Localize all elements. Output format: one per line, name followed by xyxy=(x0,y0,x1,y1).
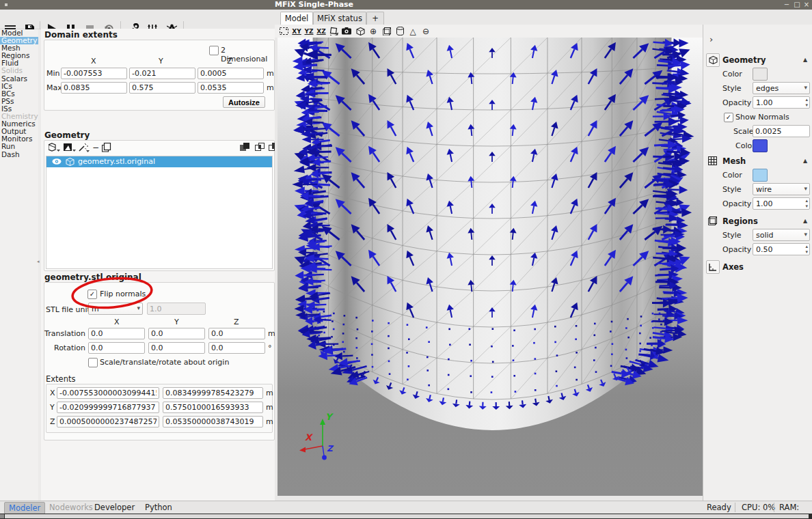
cube-icon[interactable] xyxy=(381,26,392,36)
mode-developer[interactable]: Developer xyxy=(90,502,139,513)
cylinder-icon[interactable] xyxy=(394,26,405,36)
union-icon[interactable] xyxy=(240,143,249,152)
flip-normals-checkbox[interactable]: ✓ xyxy=(87,290,97,299)
rp-mesh-title[interactable]: Mesh xyxy=(722,156,746,166)
extents-z-min-field[interactable] xyxy=(57,416,159,427)
regions-style-dropdown[interactable]: solid ▾ xyxy=(753,229,810,241)
rotation-z-field[interactable] xyxy=(208,342,265,354)
extents-z-max-field[interactable] xyxy=(163,416,263,427)
screenshot-camera-icon[interactable] xyxy=(341,26,352,36)
collapse-icon[interactable]: ▲ xyxy=(803,57,807,63)
normals-color-swatch[interactable] xyxy=(753,139,768,152)
min-z-field[interactable] xyxy=(198,68,264,79)
rp-regions-title[interactable]: Regions xyxy=(722,216,758,226)
extents-z-label: Z xyxy=(50,417,55,426)
translation-x-field[interactable] xyxy=(88,328,145,339)
regions-opacity-spinbox[interactable]: 0.50 ▴ ▾ xyxy=(753,243,810,255)
translation-z-field[interactable] xyxy=(208,328,265,339)
minimize-icon[interactable]: − xyxy=(782,0,791,10)
normals-scale-field[interactable] xyxy=(753,125,810,137)
nav-item-scalars[interactable]: Scalars xyxy=(0,75,38,83)
chevron-right-icon[interactable]: › xyxy=(709,34,713,44)
extents-y-min-field[interactable] xyxy=(57,402,159,413)
stl-units-label: STL file units xyxy=(46,305,94,314)
mesh-opacity-spinbox[interactable]: 1.00 ▴ ▾ xyxy=(753,197,810,210)
collapse-icon[interactable]: ▲ xyxy=(803,218,807,224)
close-icon[interactable]: × xyxy=(802,0,811,10)
status-separator xyxy=(774,503,774,512)
rotation-label: Rotation xyxy=(44,343,85,352)
rotation-x-field[interactable] xyxy=(88,342,145,354)
extents-x-min-field[interactable] xyxy=(57,387,159,399)
mesh-style-dropdown[interactable]: wire ▾ xyxy=(753,183,810,195)
visibility-eye-icon[interactable] xyxy=(52,158,62,165)
geometry-visibility-icon[interactable] xyxy=(355,26,366,36)
rp-axes-title[interactable]: Axes xyxy=(722,262,744,272)
min-y-field[interactable] xyxy=(129,68,195,79)
nav-item-run[interactable]: Run xyxy=(0,143,38,150)
rotate-view-icon[interactable] xyxy=(328,26,339,36)
spin-up-icon[interactable]: ▴ xyxy=(805,97,808,102)
chevron-left-icon[interactable]: ◂ xyxy=(37,259,40,264)
extents-y-max-field[interactable] xyxy=(163,402,263,413)
show-normals-checkbox[interactable]: ✓ xyxy=(724,113,733,122)
geometry-color-swatch[interactable] xyxy=(753,68,768,81)
min-x-field[interactable] xyxy=(61,68,127,79)
stl-geometry-icon xyxy=(66,158,75,166)
viewport-3d[interactable]: XYZ xyxy=(278,38,703,496)
col-y: Y xyxy=(159,57,163,66)
tab-mfix-status[interactable]: MFiX status xyxy=(313,12,366,25)
spin-down-icon[interactable]: ▾ xyxy=(805,204,808,209)
collapse-icon[interactable]: ▲ xyxy=(803,158,807,164)
rotation-y-field[interactable] xyxy=(148,342,205,354)
main-toolbar xyxy=(0,10,275,29)
regions-section-icon xyxy=(706,214,718,227)
chevron-down-icon: ▾ xyxy=(804,185,807,192)
geometry-opacity-spinbox[interactable]: 1.00 ▴ ▾ xyxy=(753,96,810,109)
view-xz-button[interactable]: XZ xyxy=(316,26,327,36)
extents-x-max-field[interactable] xyxy=(163,387,263,399)
geometry-list-box: − geometry.stl.original xyxy=(44,140,275,271)
view-xy-button[interactable]: XY xyxy=(291,26,302,36)
view-yz-button[interactable]: YZ xyxy=(303,26,314,36)
mesh-color-swatch[interactable] xyxy=(753,169,768,182)
max-z-field[interactable] xyxy=(198,82,264,94)
max-x-field[interactable] xyxy=(61,82,127,94)
geometry-item-label: geometry.stl.original xyxy=(78,157,155,166)
two-dimensional-checkbox[interactable] xyxy=(209,46,219,55)
mode-nav: Model Geometry Mesh Regions Fluid Solids… xyxy=(0,29,38,501)
remove-geometry-icon[interactable]: − xyxy=(92,143,99,152)
spin-down-icon[interactable]: ▾ xyxy=(805,249,808,255)
reset-view-icon[interactable] xyxy=(278,26,289,36)
autosize-button[interactable]: Autosize xyxy=(223,96,265,108)
copy-geometry-icon[interactable] xyxy=(102,143,111,152)
wand-icon[interactable] xyxy=(79,143,91,153)
add-geometry-icon[interactable] xyxy=(49,143,62,153)
add-filter-icon[interactable] xyxy=(64,143,77,153)
rp-geometry-title[interactable]: Geometry xyxy=(722,55,766,65)
geometry-list-item[interactable]: geometry.stl.original xyxy=(46,156,272,167)
spin-down-icon[interactable]: ▾ xyxy=(805,102,808,108)
spin-up-icon[interactable]: ▴ xyxy=(805,244,808,249)
max-y-field[interactable] xyxy=(129,82,195,94)
stl-units-dropdown[interactable]: m ▾ xyxy=(88,303,143,315)
nav-item-dash[interactable]: Dash xyxy=(0,151,38,158)
viewport-scene: XYZ xyxy=(278,38,703,495)
cone-icon[interactable]: △ xyxy=(407,26,418,36)
perspective-icon[interactable]: ⊕ xyxy=(368,26,379,36)
intersect-icon[interactable] xyxy=(255,143,265,152)
about-origin-checkbox[interactable] xyxy=(88,358,98,367)
translation-y-field[interactable] xyxy=(148,328,205,339)
tab-model[interactable]: Model xyxy=(280,12,313,25)
viewport-toolbar: XY YZ XZ ⊕ △ ⊖ xyxy=(275,25,703,38)
spin-up-icon[interactable]: ▴ xyxy=(805,198,808,204)
geometry-style-dropdown[interactable]: edges ▾ xyxy=(753,82,810,94)
min-unit: m xyxy=(267,69,274,78)
rp-geo-style-label: Style xyxy=(722,84,742,93)
max-unit: m xyxy=(267,83,274,92)
mode-modeler[interactable]: Modeler xyxy=(4,502,45,514)
clip-icon[interactable]: ⊖ xyxy=(420,26,431,36)
tab-add[interactable]: + xyxy=(366,12,384,25)
mode-python[interactable]: Python xyxy=(141,502,176,513)
maximize-icon[interactable]: □ xyxy=(792,0,802,10)
